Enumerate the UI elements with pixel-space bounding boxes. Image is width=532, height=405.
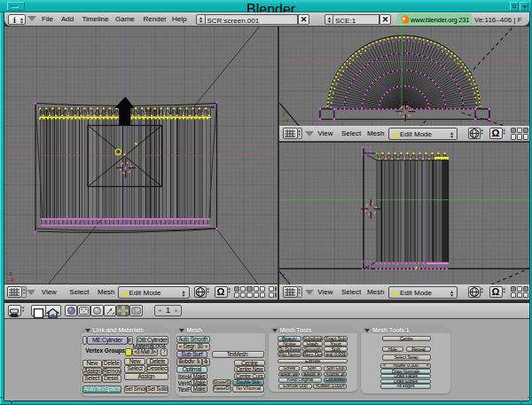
svg-text:–x: –x [7,276,15,284]
svg-text:z: z [281,271,285,279]
svg-text:–x: –x [282,116,290,124]
